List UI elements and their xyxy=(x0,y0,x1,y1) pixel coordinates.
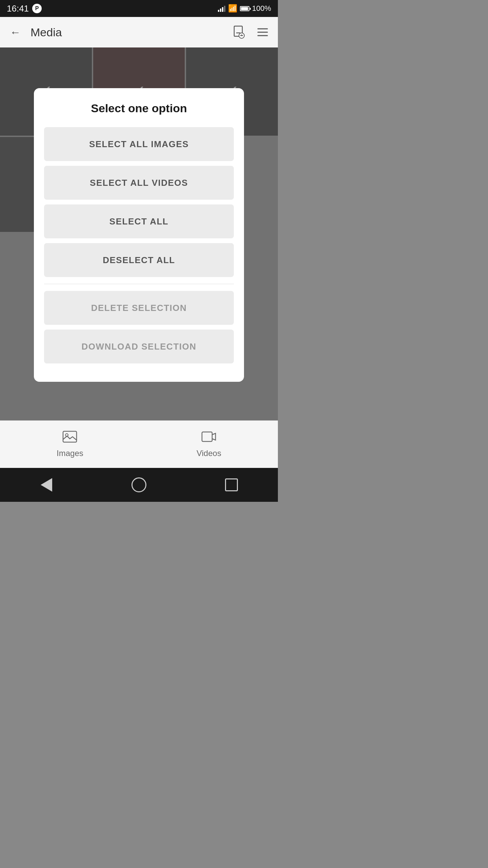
page-title: Media xyxy=(30,26,224,39)
list-icon xyxy=(255,25,270,40)
svg-rect-8 xyxy=(63,431,77,442)
status-left: 16:41 P xyxy=(7,3,42,14)
images-nav-label: Images xyxy=(57,449,83,458)
back-system-button[interactable] xyxy=(36,475,57,495)
videos-nav-label: Videos xyxy=(197,449,221,458)
dialog-divider xyxy=(44,284,234,284)
home-system-button[interactable] xyxy=(129,475,149,495)
dialog-title: Select one option xyxy=(44,102,234,115)
videos-nav-icon xyxy=(201,431,216,446)
list-view-button[interactable] xyxy=(254,24,271,41)
select-all-videos-button[interactable]: SELECT ALL VIDEOS xyxy=(44,166,234,200)
system-nav-bar xyxy=(0,468,278,502)
nav-videos[interactable]: Videos xyxy=(183,427,235,461)
select-all-images-button[interactable]: SELECT ALL IMAGES xyxy=(44,127,234,161)
back-button[interactable]: ← xyxy=(7,24,24,41)
svg-text:×: × xyxy=(241,33,243,37)
images-nav-icon xyxy=(62,431,77,446)
status-right: 📶 100% xyxy=(218,4,271,13)
nav-images[interactable]: Images xyxy=(43,427,97,461)
select-option-dialog: Select one option SELECT ALL IMAGES SELE… xyxy=(34,88,244,382)
status-bar: 16:41 P 📶 100% xyxy=(0,0,278,17)
time-display: 16:41 xyxy=(7,3,29,14)
delete-selection-button[interactable]: DELETE SELECTION xyxy=(44,291,234,325)
download-selection-button[interactable]: DOWNLOAD SELECTION xyxy=(44,330,234,363)
p-app-icon: P xyxy=(32,4,42,13)
battery-icon xyxy=(240,6,249,11)
home-circle-icon xyxy=(131,477,146,492)
app-bar: ← Media × xyxy=(0,17,278,47)
wifi-icon: 📶 xyxy=(228,4,237,13)
recents-square-icon xyxy=(225,478,238,491)
file-remove-icon: × xyxy=(231,25,246,40)
file-remove-button[interactable]: × xyxy=(230,24,247,41)
recents-system-button[interactable] xyxy=(221,475,242,495)
bottom-nav: Images Videos xyxy=(0,420,278,468)
app-bar-icons: × xyxy=(230,24,271,41)
back-triangle-icon xyxy=(41,478,52,492)
signal-icon xyxy=(218,5,225,12)
deselect-all-button[interactable]: DESELECT ALL xyxy=(44,243,234,277)
battery-percent: 100% xyxy=(252,4,271,13)
select-all-button[interactable]: SELECT ALL xyxy=(44,204,234,238)
svg-rect-10 xyxy=(202,432,212,441)
